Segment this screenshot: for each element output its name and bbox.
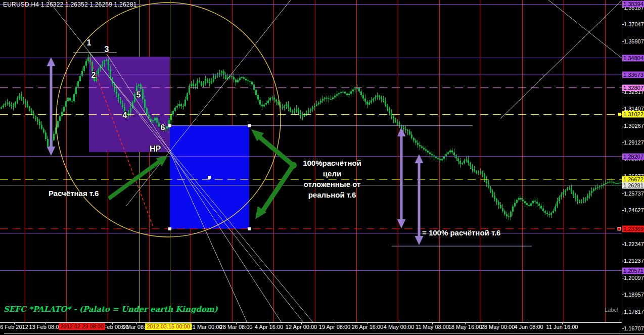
time-tick-label: 19 Apr 08:00 [319, 324, 350, 330]
time-tick-label: 4 May 00:00 [384, 324, 415, 330]
time-tick-label: 4 Apr 16:00 [255, 324, 283, 330]
price-tick-label: 1.35907 [624, 38, 644, 44]
window-bottom-edge [4, 333, 644, 333]
price-tick-label: 1.17817 [624, 309, 644, 315]
time-tick-label: 13 Feb 08:00 [29, 324, 62, 330]
green-arrow-hp[interactable] [109, 156, 168, 199]
price-tick-label: 1.22347 [624, 241, 644, 247]
time-tick-label: 11 Jun 16:00 [546, 324, 578, 330]
price-level-tag-purple: 1.28207 [622, 153, 644, 160]
time-tick-label: 28 Mar 08:00 [220, 324, 253, 330]
price-tick-label: 1.29127 [624, 139, 644, 146]
price-level-tag-red: 1.23369 [622, 225, 644, 232]
price-level-tag-purple: 1.20571 [622, 267, 644, 274]
point-label-hp[interactable]: HP [150, 145, 161, 154]
time-tick-label: 21 Mar 00:00 [190, 324, 222, 330]
price-tick-label: 1.24627 [624, 207, 644, 213]
price-level-tag-yellow: 1.31022 [622, 111, 644, 118]
annotation-calc-t6[interactable]: Расчётная т.6 [49, 189, 99, 198]
price-tick-label: 1.37047 [624, 21, 644, 27]
annotation-100pct-calc[interactable]: = 100% расчётной т.6 [422, 228, 500, 237]
time-tick-label: 12 Apr 00:00 [286, 324, 317, 330]
price-tick-label: 1.16707 [624, 325, 644, 331]
mt4-chart-window: EURUSD,H4 1.26322 1.26352 1.26259 1.2628… [0, 0, 644, 335]
annotation-target-line4: реальной т.6 [275, 189, 389, 200]
price-level-tag-purple: 1.34804 [622, 55, 644, 61]
point-label-4[interactable]: 4 [123, 111, 127, 120]
price-level-tag-pink: 1.32807 [622, 84, 644, 91]
point-label-1[interactable]: 1 [87, 38, 91, 47]
price-tick-label: 1.20097 [624, 275, 644, 281]
chart-bottom-border [0, 322, 622, 323]
annotation-target-line1: 100%расчётной [275, 158, 389, 168]
price-level-tag-purple: 1.33673 [622, 72, 644, 78]
time-tick-label: 18 May 16:00 [448, 324, 482, 330]
point-label-5[interactable]: 5 [136, 90, 141, 100]
label-object[interactable]: Label [605, 307, 618, 313]
watermark-sefc-palato: SEFC *PALATO* - (Palato = Under earth Ki… [4, 305, 218, 314]
point-label-6[interactable]: 6 [161, 123, 165, 132]
annotation-target-line2: цели [275, 168, 389, 179]
price-tick-label: 1.21237 [624, 258, 644, 264]
time-tick-label: 4 Jun 08:00 [514, 324, 543, 330]
price-tick-label: 1.30267 [624, 123, 644, 129]
time-tick-label: 6 Feb 2012 [0, 324, 28, 330]
time-tick-label: 11 May 08:00 [416, 324, 449, 330]
purple-zone-rect[interactable] [89, 57, 170, 152]
purple-measure-arrow[interactable] [397, 127, 406, 228]
price-level-tag-current: 1.26281 [622, 182, 644, 188]
time-highlight-tag-red: 2012.02.23 08:00 [59, 323, 105, 330]
price-tick-label: 1.25737 [624, 190, 644, 197]
point-label-2[interactable]: 2 [91, 71, 96, 80]
axis-left-border [622, 0, 622, 335]
price-tick-label: 1.18957 [624, 292, 644, 298]
point-label-3[interactable]: 3 [105, 45, 109, 54]
price-level-tag-purple: 1.38394 [622, 1, 644, 8]
time-tick-label: 28 May 00:00 [481, 324, 515, 330]
annotation-target-line3: отложенные от [275, 179, 389, 189]
chart-title-overlay: EURUSD,H4 1.26322 1.26352 1.26259 1.2628… [3, 1, 136, 8]
time-tick-label: 26 Apr 16:00 [352, 324, 383, 330]
time-highlight-tag-yellow: 2012.03.15 00:00 [145, 323, 192, 330]
annotation-target-text[interactable]: 100%расчётной цели отложенные от реально… [275, 158, 389, 200]
